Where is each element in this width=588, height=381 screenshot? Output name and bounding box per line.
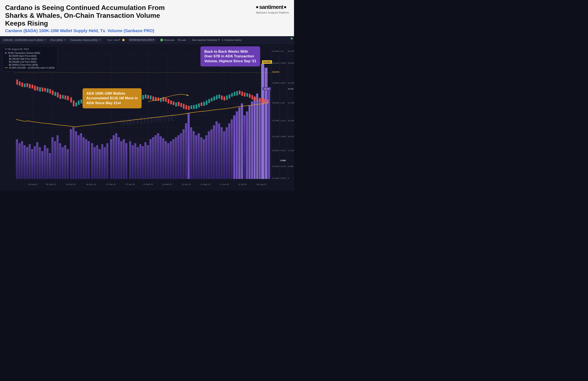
svg-rect-194 [193, 105, 195, 109]
svg-rect-115 [251, 102, 253, 179]
svg-rect-200 [208, 99, 210, 103]
svg-text:0.388: 0.388 [280, 135, 286, 138]
svg-rect-191 [185, 105, 187, 110]
svg-text:59.91B: 59.91B [288, 62, 294, 64]
svg-rect-50 [83, 137, 85, 179]
svg-rect-110 [238, 107, 240, 179]
interval-selector[interactable]: ⊞ Interval: Auto (12h) ▾ [128, 38, 156, 42]
style-label: Style: [107, 39, 113, 41]
svg-text:0.46: 0.46 [280, 102, 284, 104]
tab-close-1[interactable]: ✕ [44, 39, 46, 41]
svg-rect-62 [115, 133, 117, 179]
svg-rect-96 [203, 139, 205, 179]
svg-rect-221 [262, 99, 263, 103]
tab-close-3[interactable]: ✕ [99, 39, 100, 41]
tab-price[interactable]: Price (ADA) ✕ [48, 38, 67, 42]
svg-rect-43 [64, 145, 66, 179]
legend-label-6: 34.05% [100,000 - 10,000,000) coins % (A… [9, 66, 55, 69]
svg-text:12 Jul 23: 12 Jul 23 [238, 183, 247, 185]
svg-text:33.89%: 33.89% [272, 82, 279, 84]
legend-label-4: $0.284406 Low Price (ADA) [9, 61, 36, 63]
tab-wallet-supply[interactable]: [100,000 - 10,000,000) coins % (ADA) ✕ [2, 38, 48, 42]
tab-tx-volume[interactable]: Transaction Volume (ADA) ✕ [68, 38, 102, 42]
svg-text:32.39%: 32.39% [272, 177, 279, 179]
annotation-purple-box: Back to Back Weeks WithOver 67B in ADA T… [200, 46, 260, 66]
legend-label-5: $0.290253 Close Price (ADA) [9, 64, 38, 66]
svg-rect-33 [39, 147, 41, 179]
axis-minmax[interactable]: Axis max/min: Auto/Auto ▾ [191, 38, 221, 42]
svg-text:34.23B: 34.23B [288, 120, 294, 122]
svg-rect-99 [210, 129, 212, 179]
svg-rect-133 [39, 87, 41, 92]
pin-axis-item[interactable]: Pin axis [177, 38, 187, 42]
svg-rect-80 [162, 138, 164, 179]
svg-text:0.6: 0.6 [280, 50, 283, 52]
show-axis-item[interactable]: Show axis [159, 38, 176, 42]
svg-text:42.79B: 42.79B [288, 102, 294, 104]
svg-rect-81 [165, 141, 167, 179]
logo-dot-right [284, 6, 286, 8]
svg-text:25.87B: 25.87B [288, 135, 294, 138]
svg-rect-193 [190, 106, 192, 109]
svg-rect-135 [44, 88, 46, 92]
svg-text:49.5B: 49.5B [288, 88, 293, 90]
svg-rect-185 [170, 101, 172, 105]
annotation-gold-box: ADA 100K-10M WalletsAccumulated $116.1M … [83, 88, 142, 108]
svg-rect-204 [218, 95, 220, 99]
color-square[interactable] [122, 39, 125, 41]
legend-color-purple [5, 52, 7, 54]
svg-rect-209 [231, 93, 233, 97]
svg-rect-55 [96, 145, 98, 179]
svg-text:0.292: 0.292 [280, 159, 286, 162]
tab-close-2[interactable]: ✕ [64, 39, 65, 41]
svg-rect-119 [261, 64, 264, 179]
header-left: Cardano is Seeing Continued Accumulation… [5, 4, 252, 33]
svg-rect-142 [60, 95, 61, 99]
add-metric-button[interactable]: + [222, 38, 223, 42]
svg-rect-104 [223, 131, 225, 179]
svg-rect-184 [168, 99, 169, 104]
svg-rect-150 [78, 101, 80, 105]
legend-color-yellow [5, 67, 8, 68]
svg-rect-198 [203, 102, 205, 106]
svg-rect-40 [57, 135, 59, 179]
svg-rect-31 [34, 146, 36, 179]
svg-rect-84 [172, 139, 174, 179]
svg-rect-68 [132, 145, 134, 179]
subtitle: Cardano ($ADA) 100K-10M Wallet Supply He… [5, 28, 252, 33]
svg-text:32.64%: 32.64% [272, 165, 279, 168]
svg-rect-206 [224, 97, 225, 101]
svg-rect-89 [185, 123, 187, 179]
svg-rect-143 [62, 95, 64, 99]
svg-rect-93 [195, 135, 197, 179]
svg-rect-117 [256, 94, 258, 179]
svg-text:33.14%: 33.14% [272, 135, 279, 138]
svg-rect-175 [145, 95, 147, 99]
svg-rect-141 [57, 92, 59, 97]
svg-rect-137 [49, 89, 51, 94]
svg-rect-202 [213, 97, 215, 101]
svg-text:51.35B: 51.35B [288, 82, 294, 84]
svg-rect-207 [226, 96, 228, 100]
svg-rect-28 [26, 147, 28, 179]
svg-text:0.507: 0.507 [280, 82, 286, 84]
svg-rect-90 [188, 113, 190, 179]
svg-rect-94 [198, 133, 200, 179]
svg-text:06 Oct 22: 06 Oct 22 [66, 183, 75, 185]
legend-row-6: 34.05% [100,000 - 10,000,000) coins % (A… [5, 66, 55, 69]
svg-text:34.14%: 34.14% [272, 62, 279, 64]
svg-rect-75 [149, 139, 151, 179]
svg-rect-210 [234, 92, 235, 96]
style-selector[interactable]: Style: Line ▾ [106, 38, 122, 42]
svg-rect-144 [64, 96, 66, 100]
show-axis-checkbox[interactable] [160, 39, 163, 41]
svg-rect-102 [218, 123, 220, 179]
svg-rect-26 [21, 141, 23, 179]
svg-rect-64 [120, 141, 122, 179]
combine-metrics-button[interactable]: Combine metrics [224, 39, 242, 41]
svg-rect-45 [70, 129, 72, 179]
chart-area: 34.39% 34.14% 34.04% 33.89% 33.64% 33.39… [0, 44, 294, 187]
annotation-gold-text: ADA 100K-10M WalletsAccumulated $116.1M … [86, 91, 138, 105]
svg-rect-126 [21, 83, 23, 87]
svg-rect-201 [211, 98, 212, 102]
